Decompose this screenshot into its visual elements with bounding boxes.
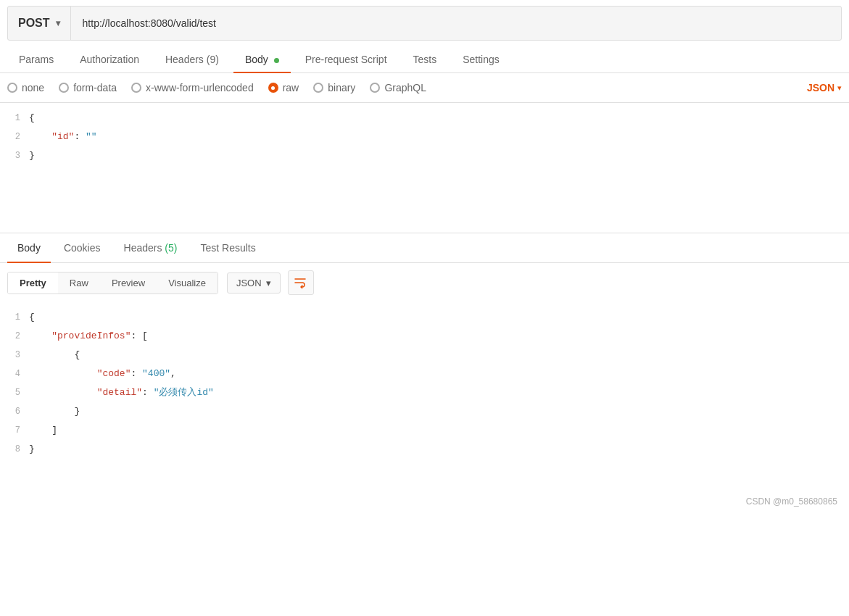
tab-tests[interactable]: Tests bbox=[402, 46, 449, 72]
tab-body[interactable]: Body bbox=[233, 46, 291, 72]
code-line: 2 "id": "" bbox=[0, 128, 849, 146]
resp-format-preview[interactable]: Preview bbox=[100, 272, 157, 294]
code-line: 8} bbox=[0, 440, 849, 459]
tab-pre-request-script[interactable]: Pre-request Script bbox=[294, 46, 399, 72]
resp-tab-test-results[interactable]: Test Results bbox=[190, 233, 265, 262]
tab-authorization[interactable]: Authorization bbox=[68, 46, 151, 72]
radio-none bbox=[7, 83, 17, 93]
method-chevron-icon: ▾ bbox=[56, 18, 60, 28]
json-type-selector[interactable]: JSON ▾ bbox=[804, 82, 842, 93]
wrap-button[interactable] bbox=[288, 270, 314, 295]
resp-tab-cookies[interactable]: Cookies bbox=[54, 233, 111, 262]
url-input[interactable] bbox=[71, 17, 841, 29]
response-code-area: 1{2 "provideInfos": [3 {4 "code": "400",… bbox=[0, 302, 849, 491]
url-bar: POST ▾ bbox=[7, 6, 842, 41]
code-line: 2 "provideInfos": [ bbox=[0, 327, 849, 346]
resp-tab-body[interactable]: Body bbox=[7, 233, 51, 262]
body-type-none[interactable]: none bbox=[7, 82, 44, 93]
body-type-binary[interactable]: binary bbox=[313, 82, 355, 93]
resp-json-type-selector[interactable]: JSON ▾ bbox=[227, 272, 281, 294]
body-type-raw[interactable]: raw bbox=[268, 82, 299, 93]
radio-form-data bbox=[59, 83, 69, 93]
method-dropdown[interactable]: POST ▾ bbox=[8, 7, 71, 40]
tab-headers[interactable]: Headers (9) bbox=[154, 46, 231, 72]
code-line: 1{ bbox=[0, 109, 849, 128]
resp-json-chevron-icon: ▾ bbox=[266, 278, 271, 288]
resp-format-raw[interactable]: Raw bbox=[58, 272, 100, 294]
response-toolbar: Pretty Raw Preview Visualize JSON ▾ bbox=[0, 263, 849, 302]
response-tabs: Body Cookies Headers (5) Test Results bbox=[0, 233, 849, 263]
headers-badge: (9) bbox=[207, 54, 219, 65]
code-line: 7 ] bbox=[0, 421, 849, 440]
json-type-chevron-icon: ▾ bbox=[837, 83, 842, 93]
response-format-tabs: Pretty Raw Preview Visualize bbox=[7, 272, 218, 294]
watermark: CSDN @m0_58680865 bbox=[0, 491, 849, 512]
tab-params[interactable]: Params bbox=[7, 46, 65, 72]
radio-binary bbox=[313, 83, 323, 93]
tab-settings[interactable]: Settings bbox=[451, 46, 511, 72]
code-line: 3} bbox=[0, 146, 849, 165]
body-type-selector: none form-data x-www-form-urlencoded raw… bbox=[0, 73, 849, 103]
body-type-graphql[interactable]: GraphQL bbox=[370, 82, 426, 93]
radio-graphql bbox=[370, 83, 380, 93]
code-line: 1{ bbox=[0, 308, 849, 327]
resp-headers-badge: (5) bbox=[165, 242, 177, 254]
resp-format-pretty[interactable]: Pretty bbox=[8, 272, 58, 294]
code-line: 4 "code": "400", bbox=[0, 365, 849, 383]
radio-raw bbox=[268, 83, 278, 93]
code-line: 5 "detail": "必须传入id" bbox=[0, 383, 849, 402]
resp-format-visualize[interactable]: Visualize bbox=[157, 272, 218, 294]
body-active-dot bbox=[274, 58, 279, 63]
resp-tab-headers[interactable]: Headers (5) bbox=[114, 233, 188, 262]
body-type-urlencoded[interactable]: x-www-form-urlencoded bbox=[131, 82, 254, 93]
response-section: Body Cookies Headers (5) Test Results Pr… bbox=[0, 233, 849, 491]
request-code-editor[interactable]: 1{2 "id": ""3} bbox=[0, 103, 849, 233]
code-line: 6 } bbox=[0, 402, 849, 421]
body-type-form-data[interactable]: form-data bbox=[59, 82, 117, 93]
request-tabs: Params Authorization Headers (9) Body Pr… bbox=[0, 46, 849, 73]
radio-urlencoded bbox=[131, 83, 141, 93]
code-line: 3 { bbox=[0, 346, 849, 365]
method-label: POST bbox=[18, 17, 50, 30]
